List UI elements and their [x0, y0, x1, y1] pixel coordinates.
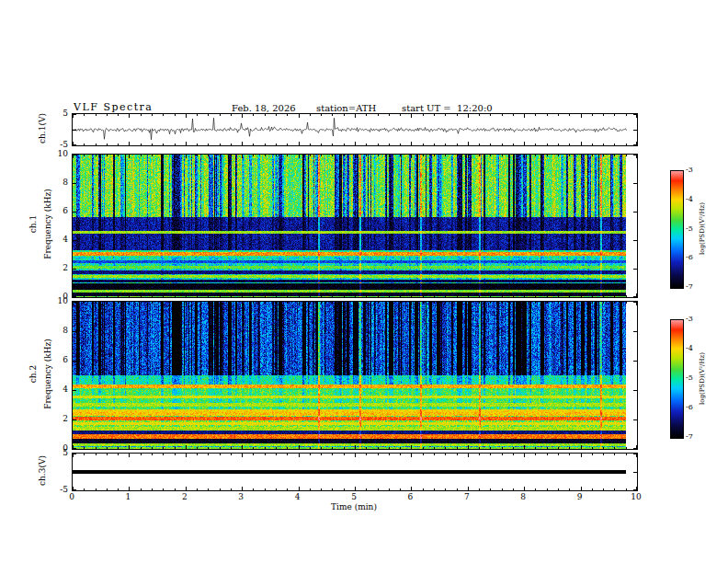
ch1-spectrogram-canvas: [72, 154, 638, 298]
vlf-spectra-figure: VLF Spectra Feb. 18, 2026 station=ATH st…: [0, 0, 728, 563]
colorbar-ch2: [670, 319, 684, 439]
tick-label: 4: [40, 235, 68, 244]
figure-station: station=ATH: [316, 103, 376, 113]
tick-label: 3: [232, 492, 250, 501]
tick-label: -6: [686, 403, 706, 412]
tick-label: 2: [40, 414, 68, 423]
tick-label: 2: [40, 263, 68, 272]
tick-label: -5: [686, 224, 706, 234]
ch1-spec-ylabel-channel: ch.1: [28, 206, 39, 243]
colorbar-ch1: [670, 170, 684, 289]
figure-date: Feb. 18, 2026: [232, 103, 296, 113]
ch2-spec-ylabel-frequency: Frequency (kHz): [43, 324, 53, 425]
figure-title: VLF Spectra: [74, 101, 153, 113]
tick-label: -3: [686, 166, 706, 175]
tick-label: 6: [40, 355, 68, 364]
tick-label: 10: [40, 149, 68, 158]
tick-label: -5: [686, 373, 706, 383]
ch1-spec-ylabel-frequency: Frequency (kHz): [43, 174, 53, 275]
tick-label: -3: [686, 315, 706, 324]
tick-label: -7: [686, 432, 706, 442]
tick-label: -4: [686, 195, 706, 204]
tick-label: 8: [40, 326, 68, 335]
tick-label: -7: [686, 282, 706, 292]
tick-label: 4: [40, 385, 68, 394]
tick-label: -4: [686, 344, 706, 353]
tick-label: 4: [289, 492, 307, 501]
tick-label: 8: [514, 492, 532, 501]
tick-label: 6: [401, 492, 419, 501]
ch1-waveform-canvas: [72, 113, 638, 146]
tick-label: 9: [571, 492, 589, 501]
x-axis-label: Time (min): [308, 502, 400, 511]
tick-label: 6: [40, 206, 68, 215]
tick-label: 5: [345, 492, 363, 501]
tick-label: 7: [458, 492, 476, 501]
tick-label: 1: [119, 492, 137, 501]
tick-label: 10: [627, 492, 645, 501]
ch2-spec-ylabel-channel: ch.2: [28, 356, 39, 393]
ch2-spectrogram-canvas: [72, 301, 638, 450]
tick-label: 8: [40, 178, 68, 187]
tick-label: -6: [686, 253, 706, 262]
tick-label: 10: [40, 296, 68, 305]
tick-label: -5: [40, 140, 68, 149]
tick-label: 2: [176, 492, 194, 501]
tick-label: 5: [40, 109, 68, 118]
figure-start-ut: start UT = 12:20:0: [402, 103, 493, 113]
tick-label: -5: [40, 485, 68, 494]
ch3-waveform-canvas: [72, 453, 638, 491]
tick-label: 5: [40, 448, 68, 457]
